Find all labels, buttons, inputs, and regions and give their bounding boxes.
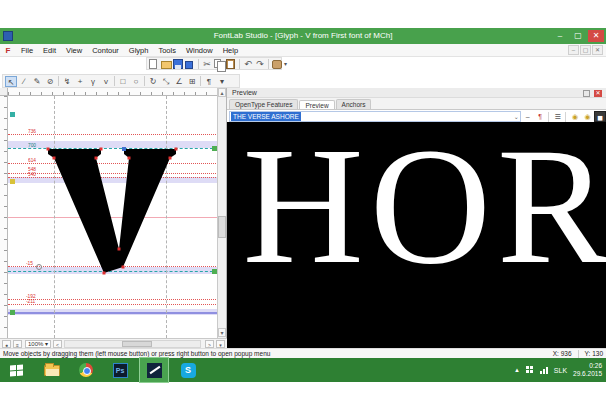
menu-view[interactable]: View [61,46,87,55]
language-indicator[interactable]: SLK [554,367,567,374]
preview-panel-title: Preview [232,89,257,96]
cut-icon[interactable]: ✂ [202,59,212,69]
editor-horizontal-scrollbar[interactable] [64,340,201,348]
hidden-icons-icon[interactable]: ▲ [514,367,520,373]
slant-tool[interactable]: ∠ [173,76,185,87]
knife-tool[interactable]: ⊘ [44,76,56,87]
preview-sample-text: SHORE [227,122,606,289]
list-view-button[interactable]: ☰ [552,111,564,122]
start-button[interactable] [0,358,32,382]
glyph-window-icon[interactable]: F [4,46,12,55]
windows-logo-icon [10,364,23,376]
clock[interactable]: 0:26 29.6.2015 [573,362,602,379]
menu-window[interactable]: Window [181,46,218,55]
combo-dropdown-icon[interactable]: ⌄ [514,113,519,120]
pin-icon[interactable] [583,90,590,97]
taskbar-skype[interactable]: S [174,358,202,382]
status-hint: Move objects by dragging them (left mous… [3,350,270,357]
window-title: FontLab Studio - [Glyph - V from First f… [0,28,606,44]
scroll-up-icon[interactable]: ▴ [218,88,226,97]
features-button[interactable]: ¶ [534,111,546,122]
menu-file[interactable]: File [16,46,38,55]
horizontal-scroll-thumb[interactable] [122,341,152,347]
taskbar-fontlab[interactable] [140,358,168,382]
meter-tool[interactable]: ↯ [61,76,73,87]
select-tool[interactable]: ↖ [5,76,17,87]
vertical-scroll-thumb[interactable] [218,216,226,238]
maximize-button[interactable]: ▢ [570,30,586,42]
tab-opentype-features[interactable]: OpenType Features [229,99,298,109]
minimize-button[interactable]: – [552,30,568,42]
menu-contour[interactable]: Contour [87,46,124,55]
vectorpaint-icon[interactable] [272,60,282,69]
add-tangent-tool[interactable]: v [100,76,112,87]
menu-help[interactable]: Help [218,46,243,55]
menu-glyph[interactable]: Glyph [124,46,154,55]
mask-tool[interactable]: ¶ [203,76,215,87]
layers-icon[interactable]: ≡ [13,340,22,348]
eraser-tool[interactable]: ∕ [18,76,30,87]
metro-icon[interactable] [526,366,534,374]
mdi-restore-button[interactable]: ▢ [580,45,591,55]
redo-icon[interactable]: ↷ [255,59,265,69]
smooth-button[interactable]: ◉ [582,111,594,122]
preview-panel-header[interactable]: Preview ✕ [227,88,606,98]
new-document-icon[interactable] [149,59,157,69]
ruler-corner [0,88,8,96]
zoom-level-dropdown[interactable]: 100% ▾ [25,340,51,348]
menu-tools[interactable]: Tools [153,46,181,55]
selected-node [122,147,126,151]
cursor-y-coordinate: Y: 130 [585,350,603,358]
transform-tool[interactable]: ⊞ [186,76,198,87]
menubar: F File Edit View Contour Glyph Tools Win… [0,44,606,57]
preview-close-icon[interactable]: ✕ [594,90,602,97]
window-titlebar: FontLab Studio - [Glyph - V from First f… [0,28,606,44]
close-button[interactable]: ✕ [588,30,604,42]
sample-text-combobox[interactable]: THE VERSE ASHORE ⌄ [229,111,521,122]
lock-icon[interactable]: ● [2,340,11,348]
antialias-button[interactable]: ◉ [569,111,581,122]
paste-icon[interactable] [226,59,235,69]
scroll-right-icon[interactable]: > [205,340,214,348]
glyph-editor-window: 736 700 614 548 540 -15 -192 -211 [0,88,227,348]
copy-icon[interactable] [214,59,221,68]
vertical-ruler[interactable] [0,96,8,338]
add-curve-tool[interactable]: γ [87,76,99,87]
tray-time: 0:26 [573,362,602,370]
editor-extra-dropdown-icon[interactable]: ▾ [216,340,225,348]
toolbar-dropdown-icon[interactable]: ▾ [284,58,287,70]
invert-colors-button[interactable]: ◼ [594,111,606,122]
rotate-tool[interactable]: ↻ [147,76,159,87]
taskbar-photoshop[interactable]: Ps [106,358,134,382]
preview-render-area[interactable]: SHORE [227,122,606,348]
network-icon[interactable] [540,366,548,374]
ellipse-tool[interactable]: ○ [130,76,142,87]
add-corner-tool[interactable]: + [74,76,86,87]
taskbar-file-explorer[interactable] [38,358,66,382]
undo-icon[interactable]: ↶ [243,59,253,69]
menu-edit[interactable]: Edit [38,46,61,55]
mdi-close-button[interactable]: ✕ [592,45,603,55]
pencil-tool[interactable]: ✎ [31,76,43,87]
rectangle-tool[interactable]: □ [117,76,129,87]
statusbar: Move objects by dragging them (left mous… [0,348,606,358]
taskbar-chrome[interactable] [72,358,100,382]
mdi-minimize-button[interactable]: – [568,45,579,55]
glyph-outline-V[interactable] [8,96,218,338]
scale-tool[interactable]: ⤡ [160,76,172,87]
scroll-left-icon[interactable]: < [53,340,62,348]
editor-vertical-scrollbar[interactable]: ▴ ▾ [217,88,226,338]
tab-anchors[interactable]: Anchors [336,99,372,109]
save-icon[interactable] [173,59,183,69]
options-dropdown-icon[interactable]: ▾ [216,76,228,87]
save-all-icon[interactable] [185,61,193,69]
horizontal-ruler[interactable] [8,88,218,96]
preview-panel: Preview ✕ OpenType Features Preview Anch… [227,88,606,348]
glyph-canvas[interactable]: 736 700 614 548 540 -15 -192 -211 [8,96,218,338]
sample-text-value[interactable]: THE VERSE ASHORE [231,112,301,121]
minus-button[interactable]: – [522,111,534,122]
open-folder-icon[interactable] [161,61,172,69]
file-explorer-icon [44,365,60,376]
preview-tabs: OpenType Features Preview Anchors [227,98,606,109]
scroll-down-icon[interactable]: ▾ [218,328,226,337]
